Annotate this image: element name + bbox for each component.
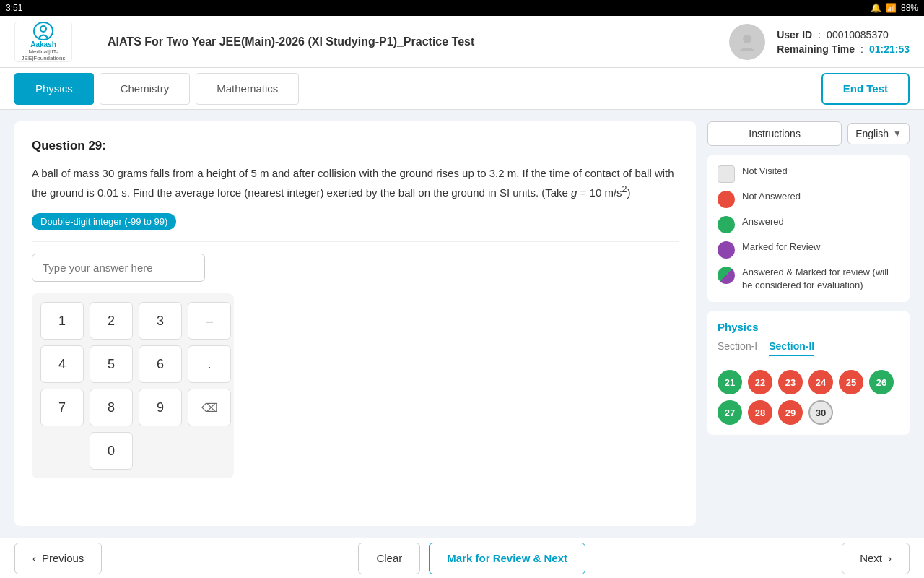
language-label: English xyxy=(855,128,889,139)
user-id-row: User ID : 00010085370 xyxy=(777,29,910,40)
answer-input-row xyxy=(32,254,679,282)
q-num-25[interactable]: 25 xyxy=(839,370,863,394)
timer-row: Remaining Time : 01:21:53 xyxy=(777,43,910,55)
header-right: User ID : 00010085370 Remaining Time : 0… xyxy=(729,24,910,60)
q-num-22[interactable]: 22 xyxy=(748,370,772,394)
previous-button[interactable]: ‹ Previous xyxy=(14,543,102,574)
timer-label: Remaining Time xyxy=(777,43,855,55)
keypad-2[interactable]: 2 xyxy=(90,302,133,340)
user-id-value: 00010085370 xyxy=(827,29,889,40)
keypad-3[interactable]: 3 xyxy=(139,302,182,340)
main-content: Question 29: A ball of mass 30 grams fal… xyxy=(0,110,924,538)
question-badge-container: Double-digit integer (-99 to 99) xyxy=(32,213,679,230)
keypad-9[interactable]: 9 xyxy=(139,389,182,426)
sidebar: Instructions English ▼ Not Visited Not A… xyxy=(707,121,910,526)
legend-marked-review: Marked for Review xyxy=(718,241,899,259)
legend-not-answered-label: Not Answered xyxy=(742,190,801,203)
notification-icon: 🔔 xyxy=(871,3,881,13)
q-num-28[interactable]: 28 xyxy=(748,400,772,425)
q-num-21[interactable]: 21 xyxy=(718,370,742,394)
aakash-logo-icon xyxy=(33,22,53,40)
q-num-26[interactable]: 26 xyxy=(869,370,894,394)
language-selector[interactable]: English ▼ xyxy=(847,123,910,144)
legend-answered-marked: Answered & Marked for review (will be co… xyxy=(718,266,899,292)
clear-button[interactable]: Clear xyxy=(358,543,420,574)
logo-text: Aakash xyxy=(30,40,56,48)
question-text: A ball of mass 30 grams falls from a hei… xyxy=(32,165,679,202)
keypad-7[interactable]: 7 xyxy=(40,389,84,426)
keypad-backspace[interactable]: ⌫ xyxy=(188,389,231,426)
question-badge: Double-digit integer (-99 to 99) xyxy=(32,213,176,230)
mark-for-review-next-button[interactable]: Mark for Review & Next xyxy=(429,543,585,574)
tab-mathematics[interactable]: Mathematics xyxy=(196,73,299,105)
question-grid-panel: Physics Section-I Section-II 21 22 23 24… xyxy=(707,311,910,435)
logo-subtext: Medical|IIT-JEE|Foundations xyxy=(18,48,69,61)
section-tab-1[interactable]: Section-I xyxy=(718,340,757,356)
tabs-bar: Physics Chemistry Mathematics End Test xyxy=(0,68,924,110)
legend-not-visited: Not Visited xyxy=(718,165,899,183)
instructions-button[interactable]: Instructions xyxy=(707,121,842,146)
chevron-down-icon: ▼ xyxy=(893,129,902,139)
next-icon: › xyxy=(888,552,892,564)
legend-answered: Answered xyxy=(718,215,899,233)
wifi-icon: 📶 xyxy=(886,3,897,13)
legend-answered-label: Answered xyxy=(742,215,784,228)
timer-value: 01:21:53 xyxy=(869,43,910,55)
tab-physics[interactable]: Physics xyxy=(14,73,94,105)
not-visited-icon xyxy=(718,165,735,183)
keypad-5[interactable]: 5 xyxy=(90,345,133,383)
keypad-1[interactable]: 1 xyxy=(40,302,84,340)
q-num-29[interactable]: 29 xyxy=(778,400,803,425)
header-divider xyxy=(90,24,90,60)
question-number: Question 29: xyxy=(32,139,679,153)
svg-point-0 xyxy=(40,26,46,32)
battery-icon: 88% xyxy=(901,3,918,13)
q-num-30[interactable]: 30 xyxy=(808,400,833,425)
q-num-23[interactable]: 23 xyxy=(778,370,803,394)
keypad-0[interactable]: 0 xyxy=(90,432,133,470)
question-panel: Question 29: A ball of mass 30 grams fal… xyxy=(14,121,696,526)
physics-section-label: Physics xyxy=(718,321,899,333)
keypad-6[interactable]: 6 xyxy=(139,345,182,383)
keypad: 1 2 3 – 4 5 6 . 7 8 9 ⌫ 0 xyxy=(32,293,234,478)
q-num-24[interactable]: 24 xyxy=(808,370,833,394)
subject-tabs: Physics Chemistry Mathematics xyxy=(14,68,299,109)
status-time: 3:51 xyxy=(6,3,22,13)
bottom-bar: ‹ Previous Clear Mark for Review & Next … xyxy=(0,538,924,578)
legend-not-visited-label: Not Visited xyxy=(742,165,788,178)
avatar xyxy=(729,24,765,60)
legend-marked-review-label: Marked for Review xyxy=(742,241,820,254)
next-button[interactable]: Next › xyxy=(842,543,910,574)
answered-marked-icon xyxy=(718,267,735,284)
keypad-8[interactable]: 8 xyxy=(90,389,133,426)
q-num-27[interactable]: 27 xyxy=(718,400,742,425)
header-left: Aakash Medical|IIT-JEE|Foundations AIATS… xyxy=(14,22,474,62)
question-number-grid: 21 22 23 24 25 26 27 28 29 30 xyxy=(718,370,899,425)
test-title: AIATS For Two Year JEE(Main)-2026 (XI St… xyxy=(108,35,474,48)
tab-chemistry[interactable]: Chemistry xyxy=(100,73,191,105)
status-bar: 3:51 🔔 📶 88% xyxy=(0,0,924,16)
prev-icon: ‹ xyxy=(32,552,36,564)
keypad-minus[interactable]: – xyxy=(188,302,231,340)
legend-answered-marked-label: Answered & Marked for review (will be co… xyxy=(742,266,899,292)
legend-panel: Not Visited Not Answered Answered Marked… xyxy=(707,155,910,302)
bottom-center-buttons: Clear Mark for Review & Next xyxy=(358,543,585,574)
answered-icon xyxy=(718,216,735,233)
user-info: User ID : 00010085370 Remaining Time : 0… xyxy=(777,29,910,55)
answer-input[interactable] xyxy=(32,254,205,282)
not-answered-icon xyxy=(718,191,735,208)
timer-colon: : xyxy=(860,43,863,55)
logo-container: Aakash Medical|IIT-JEE|Foundations xyxy=(14,22,72,62)
section-tab-2[interactable]: Section-II xyxy=(769,340,814,356)
user-id-colon: : xyxy=(818,29,821,40)
marked-review-icon xyxy=(718,241,735,259)
section-tabs: Section-I Section-II xyxy=(718,340,899,361)
user-id-label: User ID xyxy=(777,29,812,40)
logo-box: Aakash Medical|IIT-JEE|Foundations xyxy=(14,22,72,62)
svg-point-1 xyxy=(743,35,751,43)
keypad-4[interactable]: 4 xyxy=(40,345,84,383)
legend-not-answered: Not Answered xyxy=(718,190,899,208)
header: Aakash Medical|IIT-JEE|Foundations AIATS… xyxy=(0,16,924,68)
keypad-dot[interactable]: . xyxy=(188,345,231,383)
end-test-button[interactable]: End Test xyxy=(821,73,910,105)
